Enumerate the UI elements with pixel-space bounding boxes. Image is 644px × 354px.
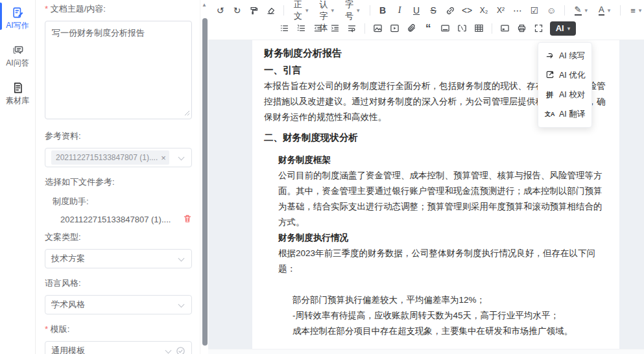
ai-dropdown-menu: AI 续写 AI 优化 拼 AI 校对 文A AI 翻译 — [538, 42, 592, 128]
file-section-label: 选择如下文件参考: — [45, 176, 192, 188]
ai-writing-icon — [12, 6, 24, 19]
highlight-color-button[interactable]: ✎▾ — [569, 3, 593, 18]
align-button[interactable]: ≡▾ — [625, 3, 644, 18]
outdent-icon[interactable] — [310, 21, 326, 36]
editor-toolbar: ↺ ↻ 正文▾ 默认字体▾ 字号▾ B I U S — [208, 0, 644, 40]
toolbar-divider — [564, 5, 565, 16]
divider-block-icon[interactable] — [437, 21, 453, 36]
topic-label: 文档主题/内容: — [45, 3, 192, 15]
undo-icon[interactable]: ↺ — [212, 3, 228, 18]
chevron-down-icon — [165, 348, 172, 354]
superscript-button[interactable]: X² — [493, 3, 509, 18]
issue-item: 部分部门预算执行偏差较大，平均偏差率为12%； — [292, 292, 610, 308]
caret-down-icon: ▾ — [585, 7, 588, 14]
material-library-icon — [12, 82, 24, 94]
italic-button[interactable]: I — [392, 3, 408, 18]
caret-down-icon: ▾ — [639, 7, 642, 14]
chevron-down-icon — [178, 301, 185, 308]
eraser-icon[interactable] — [263, 3, 279, 18]
reference-label: 参考资料: — [45, 130, 192, 142]
reference-select[interactable]: 2021122715133847807 (1).... × — [45, 148, 192, 167]
fullscreen-icon[interactable] — [531, 21, 547, 36]
toolbar-divider — [620, 5, 621, 16]
delete-file-icon[interactable] — [183, 214, 192, 225]
unordered-list-icon[interactable] — [276, 21, 292, 36]
sidebar-item-label: 素材库 — [6, 95, 29, 106]
toolbar-divider — [283, 5, 284, 16]
inline-code-icon[interactable]: <> — [459, 3, 475, 18]
paragraph-style-select[interactable]: 正文▾ — [289, 3, 314, 18]
reference-file-tag: 2021122715133847807 (1).... × — [51, 150, 169, 165]
style-select[interactable]: 学术风格 — [45, 295, 192, 314]
menu-item-ai-optimize[interactable]: AI 优化 — [538, 65, 591, 85]
subheading-execution: 财务制度执行情况 — [278, 230, 610, 246]
horizontal-rule-icon[interactable]: ⋯ — [510, 3, 526, 18]
subheading-framework: 财务制度框架 — [278, 152, 610, 168]
insert-image-icon[interactable] — [370, 21, 386, 36]
writing-form-panel: 文档主题/内容: 写一份财务制度分析报告 参考资料: 2021122715133… — [36, 0, 200, 354]
ai-translate-icon: 文A — [545, 110, 555, 119]
toolbar-divider — [370, 5, 370, 16]
nav-sidebar: AI写作 AI问答 素材库 — [0, 0, 36, 354]
menu-item-ai-continue[interactable]: AI 续写 — [538, 46, 591, 65]
style-label: 语言风格: — [45, 277, 192, 289]
toolbar-divider — [492, 23, 492, 34]
tag-close-icon[interactable]: × — [161, 154, 166, 162]
toolbar-divider — [364, 23, 365, 34]
issue-item: 成本控制在部分项目中存在超支现象，主要集中在研发和市场推广领域。 — [292, 324, 610, 339]
attachment-icon[interactable] — [403, 21, 420, 36]
app-window: AI写作 AI问答 素材库 文档主题/内容: 写一份财务制度分析报告 参考资料: — [0, 0, 644, 354]
ai-qa-icon — [12, 44, 24, 56]
link-icon[interactable] — [442, 3, 459, 18]
chevron-down-icon — [178, 154, 185, 161]
subscript-button[interactable]: X₂ — [476, 3, 492, 18]
doc-type-select[interactable]: 技术方案 — [45, 249, 192, 268]
font-color-button[interactable]: A▾ — [593, 3, 615, 18]
caret-down-icon: ▾ — [567, 25, 571, 32]
emoji-icon[interactable]: ☺ — [543, 3, 560, 18]
card-view-icon[interactable] — [497, 21, 513, 36]
issue-item: -周转效率有待提高，应收账款周转天数为45天，高于行业平均水平； — [292, 308, 610, 324]
caret-down-icon: ▾ — [305, 7, 309, 14]
underline-button[interactable]: U — [409, 3, 425, 18]
ai-menu-button[interactable]: AI▾ — [550, 21, 577, 36]
section-heading-status: 二、财务制度现状分析 — [264, 129, 610, 146]
panel-scrollbar: ▲ — [200, 0, 208, 354]
print-icon[interactable] — [514, 21, 530, 36]
font-size-select[interactable]: 字号▾ — [340, 3, 365, 18]
caret-down-icon: ▾ — [357, 7, 360, 14]
check-circle-icon — [176, 346, 185, 354]
topic-input[interactable]: 写一份财务制度分析报告 — [45, 21, 192, 119]
scroll-up-arrow-icon[interactable]: ▲ — [200, 0, 208, 8]
sidebar-item-ai-writing[interactable]: AI写作 — [6, 6, 29, 31]
doc-type-label: 文案类型: — [45, 231, 192, 243]
scrollbar-thumb[interactable] — [202, 18, 208, 346]
toolbar-row-1: ↺ ↻ 正文▾ 默认字体▾ 字号▾ B I U S — [212, 1, 640, 19]
indent-icon[interactable] — [327, 21, 343, 36]
redo-icon[interactable]: ↻ — [229, 3, 245, 18]
ordered-list-icon[interactable] — [293, 21, 309, 36]
format-painter-icon[interactable] — [246, 3, 262, 18]
ai-continue-icon — [545, 51, 555, 61]
font-family-select[interactable]: 默认字体▾ — [315, 3, 340, 18]
ai-optimize-icon — [545, 70, 555, 80]
doc-type-value: 技术方案 — [51, 253, 85, 265]
line-wrap-icon[interactable] — [344, 21, 360, 36]
template-value: 通用模板 — [51, 345, 85, 354]
blockquote-icon[interactable]: “ — [420, 21, 436, 36]
active-indicator — [0, 3, 2, 30]
sidebar-item-material-library[interactable]: 素材库 — [6, 82, 29, 106]
template-select[interactable]: 通用模板 — [45, 341, 192, 354]
highlight-pen-icon: ✎ — [575, 5, 582, 16]
horizontal-scrollbar[interactable] — [208, 349, 644, 354]
table-icon[interactable] — [471, 21, 487, 36]
file-group-label: 制度助手: — [53, 196, 192, 207]
menu-item-ai-proofread[interactable]: 拼 AI 校对 — [538, 85, 591, 104]
bold-button[interactable]: B — [375, 3, 391, 18]
task-checkbox-icon[interactable]: ☑ — [527, 3, 543, 18]
code-block-icon[interactable] — [454, 21, 470, 36]
sidebar-item-ai-qa[interactable]: AI问答 — [6, 44, 29, 69]
strikethrough-button[interactable]: S — [425, 3, 442, 18]
menu-item-ai-translate[interactable]: 文A AI 翻译 — [538, 104, 591, 124]
insert-video-icon[interactable] — [387, 21, 403, 36]
